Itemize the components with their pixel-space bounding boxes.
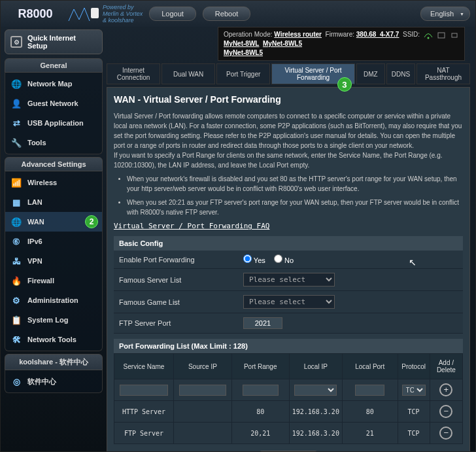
tab-dual-wan[interactable]: Dual WAN [162,63,215,84]
famous-server-label: Famous Server List [119,276,243,284]
nav-usb-application[interactable]: ⇄USB Application [5,113,102,133]
nav-lan[interactable]: ▦LAN [5,192,102,212]
section-general: General [5,58,103,73]
inp-port-range[interactable] [243,385,279,396]
section-koolshare: koolshare - 软件中心 [5,354,103,370]
famous-game-label: Famous Game List [119,298,243,306]
logo: R8000 [6,7,65,21]
enable-no[interactable]: No [274,256,294,264]
guest-icon: 👤 [10,97,22,109]
usb-status-icon[interactable] [450,31,459,39]
basic-config-header: Basic Config [114,236,463,251]
inp-protocol[interactable]: TCP [402,385,426,396]
content-panel: WAN - Virtual Server / Port Forwarding V… [107,87,470,451]
pf-row: HTTP Server 80 192.168.3.20 80 TCP − [114,401,463,423]
description: Virtual Server / Port forwarding allows … [114,111,463,231]
header: R8000 Powered by Merlin & Vortex & kools… [1,1,475,27]
log-icon: 📋 [10,314,22,326]
svg-point-1 [428,37,430,39]
ssid-link-2[interactable]: MyNet-8WL5 [263,40,302,47]
inp-service[interactable] [120,385,168,396]
usb-icon: ⇄ [10,117,22,129]
software-icon: ◎ [10,375,22,387]
tab-nat-passthrough[interactable]: NAT Passthrough [416,63,470,84]
firewall-icon: 🔥 [10,275,22,287]
nav-guest-network[interactable]: 👤Guest Network [5,94,102,113]
pf-row: FTP Server 20,21 192.168.3.20 21 TCP − [114,423,463,444]
wrench-icon: 🔧 [10,137,22,148]
tools-icon: 🛠 [10,334,22,345]
pf-table: Service Name Source IP Port Range Local … [114,353,463,444]
ssid-link-3[interactable]: MyNet-8WL5 [224,49,263,56]
badge-3: 3 [337,77,352,92]
add-button[interactable]: + [439,383,452,396]
lan-icon: ▦ [10,196,22,208]
inp-source-ip[interactable] [179,385,226,396]
section-advanced: Advanced Settings [5,157,103,171]
nav-ipv6[interactable]: ⑥IPv6 [5,232,102,251]
nav-firewall[interactable]: 🔥Firewall [5,271,102,290]
ftp-port-label: FTP Server Port [119,319,243,327]
tab-port-forwarding[interactable]: Virtual Server / Port Forwarding3 [271,63,355,84]
badge-2: 2 [85,215,98,228]
apply-button[interactable]: Apply [259,451,318,451]
nav-vpn[interactable]: 🖧VPN [5,251,102,271]
sidebar: ⚙ Quick InternetSetup General 🌐Network M… [1,27,107,451]
nav-network-tools[interactable]: 🛠Network Tools [5,330,102,349]
main: Operation Mode: Wireless router Firmware… [107,27,475,451]
wan-icon: 🌐 [10,216,22,228]
tab-internet-connection[interactable]: Internet Connection [107,63,160,84]
delete-button[interactable]: − [439,405,452,418]
nav-administration[interactable]: ⚙Administration [5,290,102,310]
gear-icon: ⚙ [10,36,22,48]
pf-list-header: Port Forwarding List (Max Limit : 128) [114,339,463,353]
tab-ddns[interactable]: DDNS [386,63,415,84]
info-bar: Operation Mode: Wireless router Firmware… [218,27,465,61]
wifi-icon: 📶 [10,177,22,188]
logout-button[interactable]: Logout [149,7,196,21]
nav-system-log[interactable]: 📋System Log [5,310,102,330]
famous-game-select[interactable]: Please select [243,295,335,309]
op-mode-link[interactable]: Wireless router [274,31,322,38]
quick-internet-setup[interactable]: ⚙ Quick InternetSetup [5,29,103,54]
col-add-delete: Add / Delete [430,354,462,379]
tab-port-trigger[interactable]: Port Trigger [216,63,270,84]
admin-icon: ⚙ [10,294,22,306]
famous-server-select[interactable]: Please select [243,273,335,287]
wifi-status-icon[interactable] [424,31,433,39]
inp-local-ip[interactable] [294,385,337,396]
page-title: WAN - Virtual Server / Port Forwarding [114,94,463,105]
svg-rect-3 [452,33,457,37]
vpn-icon: 🖧 [10,255,22,267]
enable-yes[interactable]: Yes [243,256,265,264]
language-dropdown[interactable]: English [420,7,470,21]
nav-wireless[interactable]: 📶Wireless [5,173,102,192]
ipv6-icon: ⑥ [10,235,22,247]
ftp-port-input[interactable] [243,317,282,329]
nav-tools[interactable]: 🔧Tools [5,133,102,152]
firmware-link[interactable]: 380.68_4-X7.7 [356,31,400,38]
nav-network-map[interactable]: 🌐Network Map [5,74,102,94]
col-service: Service Name [114,354,174,379]
pf-input-row: TCP + [114,379,463,401]
ssid-link-1[interactable]: MyNet-8WL [224,40,259,47]
nav-wan[interactable]: 🌐WAN2 [5,212,102,232]
inp-local-port[interactable] [355,385,384,396]
delete-button[interactable]: − [439,426,452,440]
col-protocol: Protocol [398,354,430,379]
sim-status-icon[interactable] [437,31,446,39]
reboot-button[interactable]: Reboot [203,7,250,21]
powered-by: Powered by Merlin & Vortex & koolshare [103,4,143,24]
col-port-range: Port Range [231,354,289,379]
globe-icon: 🌐 [10,78,22,90]
faq-link[interactable]: Virtual Server / Port Forwarding FAQ [114,222,269,230]
col-local-port: Local Port [342,354,398,379]
nav-software-center[interactable]: ◎软件中心 [5,372,102,391]
col-source-ip: Source IP [174,354,232,379]
enable-pf-label: Enable Port Forwarding [119,256,243,264]
logo-art [67,4,100,24]
svg-rect-2 [438,33,445,38]
tab-dmz[interactable]: DMZ [356,63,385,84]
col-local-ip: Local IP [289,354,342,379]
tab-bar: Internet Connection Dual WAN Port Trigge… [107,63,470,84]
